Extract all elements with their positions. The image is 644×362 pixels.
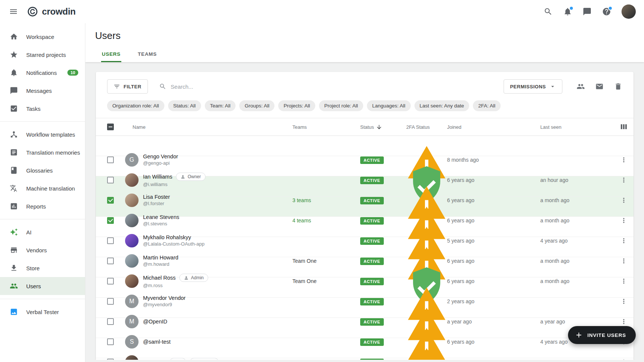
row-menu-button[interactable] — [620, 358, 628, 360]
column-header-2fa[interactable]: 2FA Status — [406, 124, 447, 130]
crowdin-logo[interactable]: crowdin — [27, 6, 76, 17]
sidebar-item-glossaries[interactable]: Glossaries — [0, 161, 85, 179]
help-icon[interactable] — [602, 7, 611, 16]
filter-chip-projects-all[interactable]: Projects: All — [278, 100, 315, 111]
user-name[interactable]: @OpenID — [143, 319, 167, 325]
filter-chip-languages-all[interactable]: Languages: All — [367, 100, 411, 111]
user-name[interactable]: Gengo Vendor — [143, 153, 178, 159]
user-joined: a year ago — [447, 319, 540, 325]
sidebar-item-reports[interactable]: Reports — [0, 197, 85, 215]
row-menu-button[interactable] — [620, 197, 628, 204]
task-icon — [10, 104, 18, 113]
column-header-teams[interactable]: Teams — [292, 124, 360, 130]
filter-chip-team-all[interactable]: Team: All — [205, 100, 236, 111]
row-menu-button[interactable] — [620, 277, 628, 285]
user-name[interactable]: @saml-test — [143, 339, 171, 345]
row-checkbox[interactable] — [107, 278, 114, 285]
row-checkbox[interactable] — [107, 237, 114, 244]
filter-chip-status-all[interactable]: Status: All — [168, 100, 201, 111]
row-checkbox[interactable] — [107, 217, 114, 224]
user-avatar — [125, 274, 139, 288]
permissions-button[interactable]: PERMISSIONS — [504, 79, 562, 94]
ai-icon — [10, 228, 18, 236]
status-badge: ACTIVE — [360, 298, 384, 305]
sidebar-item-vendors[interactable]: Vendors — [0, 241, 85, 259]
sidebar-item-users[interactable]: Users — [0, 277, 85, 295]
toolbar: FILTER PERMISSIONS — [96, 72, 634, 100]
select-all-checkbox[interactable] — [107, 124, 114, 130]
column-header-status[interactable]: Status — [360, 124, 406, 130]
row-menu-button[interactable] — [620, 257, 628, 265]
sidebar-item-workspace[interactable]: Workspace — [0, 28, 85, 46]
row-checkbox[interactable] — [107, 338, 114, 345]
sidebar-item-workflow-templates[interactable]: Workflow templates — [0, 125, 85, 143]
row-menu-button[interactable] — [620, 156, 628, 164]
user-name[interactable]: Leane Stevens — [143, 214, 179, 220]
menu-icon[interactable] — [9, 7, 18, 16]
notifications-bell-icon[interactable] — [563, 7, 572, 16]
users-card: FILTER PERMISSIONS Organization role: Al… — [96, 72, 634, 360]
column-header-name[interactable]: Name — [125, 124, 292, 130]
column-header-joined[interactable]: Joined — [447, 124, 540, 130]
sidebar-item-label: AI — [26, 229, 78, 235]
sidebar-item-starred-projects[interactable]: Starred projects — [0, 46, 85, 64]
profile-avatar[interactable] — [622, 4, 636, 19]
sidebar-item-store[interactable]: Store — [0, 259, 85, 277]
status-badge: ACTIVE — [360, 258, 384, 265]
toolbar-actions — [577, 82, 622, 91]
row-menu-button[interactable] — [620, 176, 628, 184]
filter-chip-project-role-all[interactable]: Project role: All — [319, 100, 363, 111]
filter-chip-2fa-all[interactable]: 2FA: All — [473, 100, 501, 111]
user-avatar: G — [125, 153, 139, 167]
sidebar-item-messages[interactable]: Messages — [0, 82, 85, 100]
filter-chip-organization-role-all[interactable]: Organization role: All — [107, 100, 164, 111]
sidebar-item-ai[interactable]: AI — [0, 223, 85, 241]
search-input[interactable] — [171, 83, 497, 90]
user-name[interactable]: @uxmike — [143, 359, 166, 360]
tab-teams[interactable]: TEAMS — [137, 46, 158, 62]
user-name[interactable]: Ian Williams — [143, 174, 172, 180]
row-checkbox[interactable] — [107, 156, 114, 163]
user-name[interactable]: Martin Howard — [143, 255, 178, 261]
messages-icon[interactable] — [583, 7, 592, 16]
row-menu-button[interactable] — [620, 318, 628, 325]
row-checkbox[interactable] — [107, 197, 114, 204]
row-checkbox[interactable] — [107, 177, 114, 183]
email-icon[interactable] — [595, 82, 604, 91]
delete-icon[interactable] — [614, 82, 622, 91]
filter-button[interactable]: FILTER — [107, 79, 148, 94]
sidebar-item-machine-translation[interactable]: Machine translation — [0, 179, 85, 197]
user-name[interactable]: Mykhailo Rohalskyy — [143, 234, 191, 240]
user-teams[interactable]: 3 teams — [292, 197, 360, 203]
manage-teams-icon[interactable] — [577, 82, 585, 91]
row-checkbox[interactable] — [107, 258, 114, 264]
sidebar-item-notifications[interactable]: Notifications10 — [0, 64, 85, 82]
user-teams[interactable]: 4 teams — [292, 217, 360, 223]
invite-users-button[interactable]: INVITE USERS — [568, 326, 636, 344]
user-name[interactable]: Myvendor Vendor — [143, 295, 186, 301]
user-name[interactable]: Michael Ross — [143, 275, 176, 281]
chart-icon — [10, 202, 18, 210]
row-checkbox[interactable] — [107, 359, 114, 360]
sidebar-item-tasks[interactable]: Tasks — [0, 100, 85, 118]
row-menu-button[interactable] — [620, 298, 628, 305]
sidebar-item-verbal-tester[interactable]: Verbal Tester — [0, 303, 85, 321]
filter-chip-last-seen-any-date[interactable]: Last seen: Any date — [414, 100, 470, 111]
row-checkbox[interactable] — [107, 298, 114, 305]
column-header-last-seen[interactable]: Last seen — [540, 124, 614, 130]
row-menu-button[interactable] — [620, 217, 628, 224]
user-joined: 6 years ago — [447, 278, 540, 284]
row-checkbox[interactable] — [107, 318, 114, 325]
user-badge-owner: Owner — [176, 173, 205, 181]
row-menu-button[interactable] — [620, 237, 628, 244]
sidebar-item-translation-memories[interactable]: Translation memories — [0, 143, 85, 161]
status-badge: ACTIVE — [360, 197, 384, 204]
search-icon[interactable] — [544, 7, 553, 16]
user-badge-you: You — [170, 358, 186, 360]
twofa-warning-icon — [406, 345, 447, 360]
status-badge: ACTIVE — [360, 237, 384, 245]
filter-chip-groups-all[interactable]: Groups: All — [239, 100, 274, 111]
tab-users[interactable]: USERS — [101, 46, 121, 62]
user-name[interactable]: Lisa Foster — [143, 194, 170, 200]
column-settings-icon[interactable] — [619, 122, 628, 131]
